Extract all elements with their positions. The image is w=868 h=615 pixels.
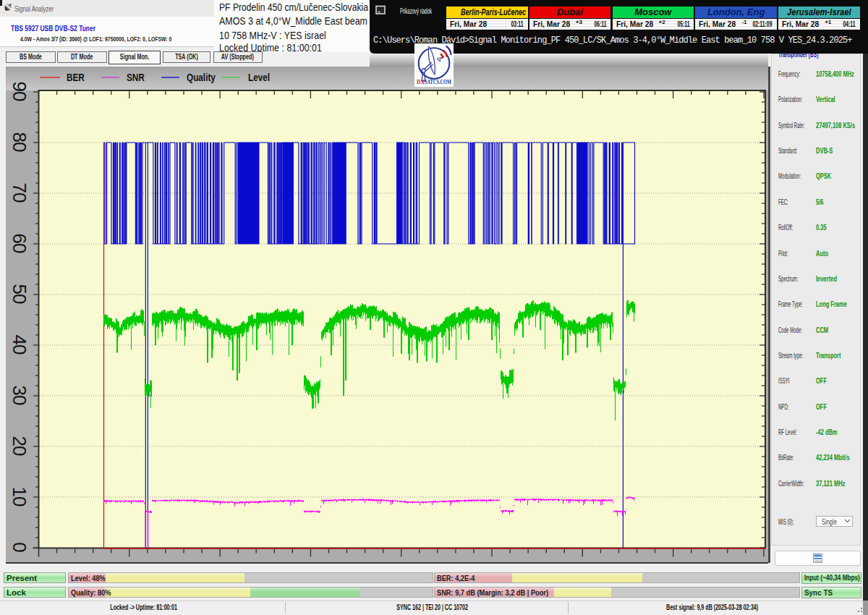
svg-text:DX: DX (417, 78, 425, 85)
svg-text:SATCS.COM: SATCS.COM (425, 78, 451, 85)
